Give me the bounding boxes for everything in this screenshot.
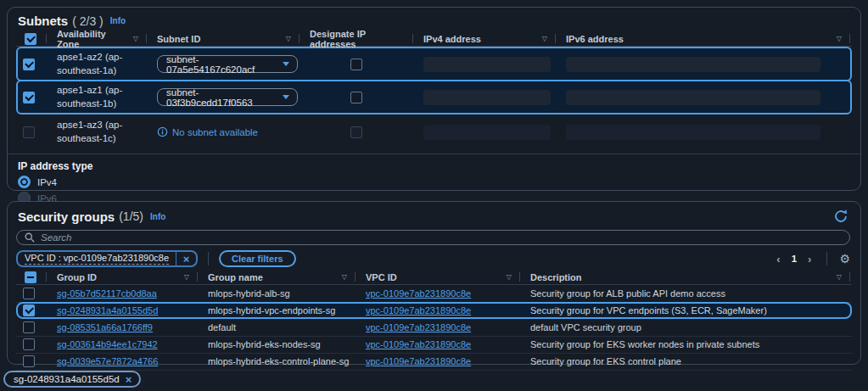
vpc-id-link[interactable]: vpc-0109e7ab231890c8e bbox=[366, 288, 471, 299]
row-checkbox[interactable] bbox=[23, 304, 35, 316]
row-checkbox[interactable] bbox=[23, 338, 35, 350]
sort-icon[interactable]: ▽ bbox=[507, 273, 512, 281]
current-page-number[interactable]: 1 bbox=[786, 254, 803, 264]
group-id-link[interactable]: sg-05b7d52117cb0d8aa bbox=[57, 288, 157, 299]
ip-address-type-label: IP address type bbox=[18, 160, 850, 172]
selected-token-label: sg-0248931a4a0155d5d bbox=[14, 374, 120, 384]
ipv6-address-input[interactable] bbox=[566, 57, 820, 72]
ipv6-address-input bbox=[566, 125, 820, 140]
search-box[interactable] bbox=[16, 230, 850, 245]
subnets-table: Availability Zone ▽ Subnet ID ▽ Designat… bbox=[16, 31, 852, 149]
ipv4-address-input bbox=[423, 125, 551, 140]
availability-zone-label: apse1-az2 (ap-southeast-1a) bbox=[57, 48, 147, 80]
group-description: Security group for VPC endpoints (S3, EC… bbox=[530, 305, 767, 316]
subnets-panel: Subnets ( 2/3 ) Info Availability Zone ▽… bbox=[7, 7, 861, 191]
subnet-row-az2: apse1-az2 (ap-southeast-1a) subnet-07a5e… bbox=[16, 47, 852, 81]
security-group-row: sg-003614b94ee1c7942 mlops-hybrid-eks-no… bbox=[16, 336, 852, 353]
radio-selected-icon[interactable] bbox=[18, 176, 31, 188]
column-header-ipv6[interactable]: IPv6 address ▽ bbox=[556, 31, 850, 46]
select-all-groups-checkbox[interactable] bbox=[25, 271, 36, 283]
select-all-subnets-cell bbox=[18, 31, 47, 46]
select-all-subnets-checkbox[interactable] bbox=[25, 33, 36, 45]
security-groups-table: Group ID ▽ Group name ▽ VPC ID ▽ Descrip… bbox=[16, 270, 852, 370]
vpc-filter-token: VPC ID : vpc-0109e7ab231890c8e × bbox=[16, 250, 198, 267]
vpc-id-link[interactable]: vpc-0109e7ab231890c8e bbox=[366, 339, 471, 349]
row-checkbox[interactable] bbox=[23, 355, 35, 367]
search-input[interactable] bbox=[41, 232, 842, 243]
sort-icon[interactable]: ▽ bbox=[837, 35, 842, 42]
vpc-id-link[interactable]: vpc-0109e7ab231890c8e bbox=[366, 322, 471, 332]
availability-zone-label: apse1-az1 (ap-southeast-1b) bbox=[57, 81, 147, 113]
group-name: mlops-hybrid-eks-control-plane-sg bbox=[208, 356, 349, 366]
security-group-row: sg-05b7d52117cb0d8aa mlops-hybrid-alb-sg… bbox=[16, 285, 852, 302]
designate-ip-checkbox[interactable] bbox=[350, 92, 362, 103]
group-description: Security group for EKS control plane bbox=[530, 356, 681, 366]
sort-icon[interactable]: ▽ bbox=[342, 273, 347, 281]
divider bbox=[208, 252, 209, 265]
remove-filter-button[interactable]: × bbox=[176, 252, 196, 265]
info-icon bbox=[157, 126, 168, 137]
row-checkbox[interactable] bbox=[23, 321, 35, 333]
group-description: default VPC security group bbox=[530, 322, 641, 332]
security-groups-info-link[interactable]: Info bbox=[150, 212, 165, 221]
group-name: mlops-hybrid-vpc-endpoints-sg bbox=[208, 305, 335, 316]
security-groups-table-header: Group ID ▽ Group name ▽ VPC ID ▽ Descrip… bbox=[16, 270, 852, 285]
column-header-group-name[interactable]: Group name ▽ bbox=[198, 270, 356, 284]
previous-page-button[interactable]: ‹ bbox=[771, 253, 785, 265]
group-name: default bbox=[208, 322, 236, 332]
radio-option-ipv4[interactable]: IPv4 bbox=[18, 176, 850, 188]
column-header-subnet-id[interactable]: Subnet ID ▽ bbox=[147, 31, 300, 46]
subnet-id-dropdown[interactable]: subnet-07a5e54167c620acf bbox=[157, 55, 298, 73]
column-header-availability-zone[interactable]: Availability Zone ▽ bbox=[47, 31, 147, 46]
subnets-title: Subnets bbox=[18, 14, 68, 28]
vpc-id-link[interactable]: vpc-0109e7ab231890c8e bbox=[366, 305, 471, 316]
group-id-link[interactable]: sg-003614b94ee1c7942 bbox=[57, 339, 158, 349]
subnet-row-az1-checkbox[interactable] bbox=[23, 92, 35, 103]
refresh-button[interactable] bbox=[832, 207, 850, 226]
security-group-row: sg-0039e57e7872a4766 mlops-hybrid-eks-co… bbox=[16, 353, 852, 370]
sort-icon[interactable]: ▽ bbox=[286, 35, 291, 42]
next-page-button[interactable]: › bbox=[803, 253, 816, 265]
column-header-vpc-id[interactable]: VPC ID ▽ bbox=[356, 270, 520, 284]
ipv4-address-input[interactable] bbox=[423, 57, 551, 72]
availability-zone-label: apse1-az3 (ap-southeast-1c) bbox=[57, 116, 147, 148]
subnet-row-az3-checkbox bbox=[23, 126, 35, 138]
group-id-link[interactable]: sg-085351a66a1766ff9 bbox=[57, 322, 153, 332]
group-id-link[interactable]: sg-0039e57e7872a4766 bbox=[57, 356, 158, 366]
security-groups-panel: Security groups (1/5) Info VPC ID : bbox=[7, 201, 861, 365]
designate-ip-checkbox bbox=[350, 126, 362, 138]
clear-filters-button[interactable]: Clear filters bbox=[219, 250, 296, 267]
group-id-link[interactable]: sg-0248931a4a0155d5d bbox=[57, 305, 158, 316]
column-header-description[interactable]: Description ▽ bbox=[520, 270, 850, 284]
column-header-group-id[interactable]: Group ID ▽ bbox=[47, 270, 198, 284]
group-description: Security group for ALB public API demo a… bbox=[530, 288, 725, 299]
subnets-header: Subnets ( 2/3 ) Info bbox=[8, 8, 860, 31]
remove-token-button[interactable]: × bbox=[126, 373, 132, 386]
subnet-row-az2-checkbox[interactable] bbox=[23, 59, 35, 70]
subnets-info-link[interactable]: Info bbox=[110, 16, 126, 25]
selected-security-group-token: sg-0248931a4a0155d5d × bbox=[3, 371, 141, 388]
vpc-id-link[interactable]: vpc-0109e7ab231890c8e bbox=[366, 356, 471, 366]
close-icon: × bbox=[183, 253, 190, 265]
ipv4-address-input[interactable] bbox=[423, 90, 551, 105]
group-description: Security group for EKS worker nodes in p… bbox=[530, 339, 759, 349]
select-all-groups-cell bbox=[18, 270, 47, 284]
page: Subnets ( 2/3 ) Info Availability Zone ▽… bbox=[0, 0, 868, 391]
ipv6-address-input[interactable] bbox=[566, 90, 820, 105]
subnet-row-az1: apse1-az1 (ap-southeast-1b) subnet-03f3b… bbox=[16, 80, 852, 115]
security-group-row: sg-085351a66a1766ff9 default vpc-0109e7a… bbox=[16, 319, 852, 336]
subnet-id-dropdown[interactable]: subnet-03f3b9cedd17f0563 bbox=[157, 88, 298, 106]
sort-icon[interactable]: ▽ bbox=[184, 273, 189, 281]
gear-icon[interactable]: ⚙ bbox=[839, 252, 850, 265]
row-checkbox[interactable] bbox=[23, 288, 35, 299]
vpc-filter-token-label: VPC ID : vpc-0109e7ab231890c8e bbox=[25, 253, 169, 265]
column-header-ipv4[interactable]: IPv4 address ▽ bbox=[413, 31, 556, 46]
sort-icon[interactable]: ▽ bbox=[133, 35, 138, 42]
designate-ip-checkbox[interactable] bbox=[350, 59, 362, 70]
chevron-down-icon bbox=[283, 95, 289, 99]
group-name: mlops-hybrid-alb-sg bbox=[208, 288, 290, 299]
no-subnet-available-message: No subnet available bbox=[157, 126, 258, 137]
sort-icon[interactable]: ▽ bbox=[542, 35, 547, 42]
subnets-table-header: Availability Zone ▽ Subnet ID ▽ Designat… bbox=[16, 31, 852, 47]
sort-icon[interactable]: ▽ bbox=[837, 273, 842, 281]
